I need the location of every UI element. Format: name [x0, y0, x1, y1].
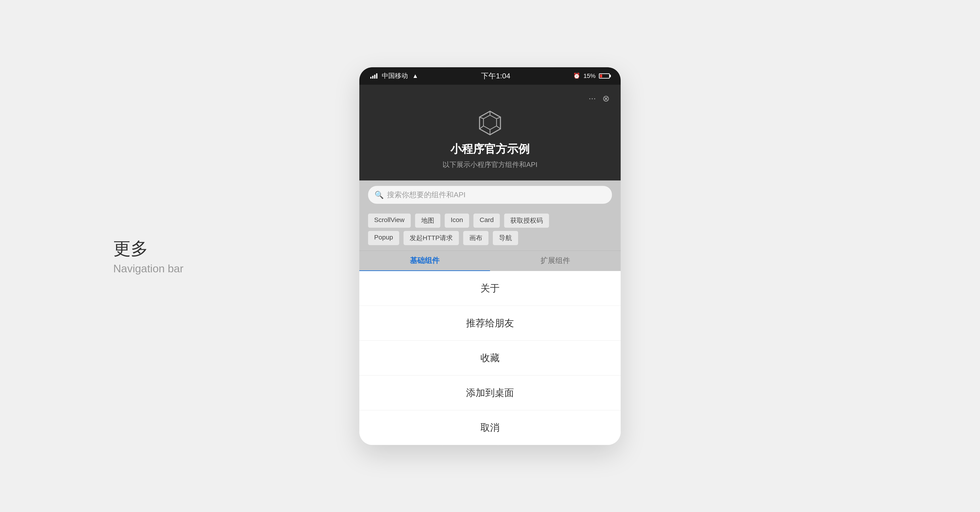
- status-bar-right: ⏰ 15%: [573, 73, 610, 80]
- search-icon: 🔍: [375, 191, 384, 199]
- svg-line-3: [496, 117, 500, 119]
- tag-auth[interactable]: 获取授权码: [504, 213, 549, 228]
- signal-bar-4: [376, 73, 377, 79]
- tab-basic-components[interactable]: 基础组件: [360, 251, 490, 271]
- tab-extended-components[interactable]: 扩展组件: [490, 251, 620, 271]
- search-area: 🔍 搜索你想要的组件和API: [360, 180, 620, 209]
- app-title: 小程序官方示例: [450, 142, 530, 157]
- menu-item-add-desktop[interactable]: 添加到桌面: [360, 375, 620, 410]
- app-header: ··· ⊗ 小程序官方示例 以下展示小程序官方组件和API: [360, 85, 620, 180]
- left-label-section: 更多 Navigation bar: [113, 237, 183, 275]
- svg-line-4: [496, 126, 500, 129]
- tag-icon[interactable]: Icon: [445, 213, 469, 228]
- tags-area: ScrollView 地图 Icon Card 获取授权码 Popup 发起HT…: [360, 209, 620, 251]
- tab-bar: 基础组件 扩展组件: [360, 251, 620, 271]
- status-bar: 中国移动 ▲ 下午1:04 ⏰ 15%: [360, 67, 620, 85]
- tags-row-1: ScrollView 地图 Icon Card 获取授权码: [368, 213, 612, 228]
- carrier-name: 中国移动: [382, 72, 408, 80]
- app-subtitle: 以下展示小程序官方组件和API: [442, 160, 538, 170]
- battery-fill: [600, 75, 602, 78]
- signal-icon: [370, 73, 377, 79]
- menu-item-about[interactable]: 关于: [360, 271, 620, 306]
- section-title: 更多: [113, 237, 183, 261]
- wifi-icon: ▲: [412, 73, 418, 80]
- menu-item-cancel[interactable]: 取消: [360, 410, 620, 445]
- header-actions: ··· ⊗: [370, 94, 610, 103]
- alarm-icon: ⏰: [573, 73, 580, 79]
- search-input[interactable]: 搜索你想要的组件和API: [387, 190, 466, 200]
- close-button[interactable]: ⊗: [602, 94, 610, 103]
- tag-nav[interactable]: 导航: [493, 231, 518, 245]
- signal-bar-2: [372, 76, 374, 79]
- tag-card[interactable]: Card: [473, 213, 500, 228]
- tag-http[interactable]: 发起HTTP请求: [404, 231, 459, 245]
- page-wrapper: 更多 Navigation bar 中国移动 ▲ 下午1:04 ⏰ 15%: [0, 0, 980, 512]
- battery-icon: [599, 73, 610, 79]
- tag-map[interactable]: 地图: [415, 213, 440, 228]
- app-logo: [477, 110, 503, 136]
- svg-line-6: [480, 126, 484, 129]
- status-bar-left: 中国移动 ▲: [370, 72, 418, 80]
- signal-bar-1: [370, 77, 372, 79]
- svg-line-7: [480, 117, 484, 119]
- section-subtitle: Navigation bar: [113, 262, 183, 275]
- more-menu-button[interactable]: ···: [589, 94, 596, 103]
- battery-percent: 15%: [584, 73, 596, 80]
- menu-item-recommend[interactable]: 推荐给朋友: [360, 306, 620, 341]
- tag-popup[interactable]: Popup: [368, 231, 399, 245]
- menu-list: 关于 推荐给朋友 收藏 添加到桌面 取消: [360, 271, 620, 445]
- status-time: 下午1:04: [481, 71, 510, 81]
- tag-scrollview[interactable]: ScrollView: [368, 213, 411, 228]
- tag-canvas[interactable]: 画布: [463, 231, 488, 245]
- svg-marker-1: [484, 115, 496, 130]
- menu-item-favorite[interactable]: 收藏: [360, 341, 620, 375]
- phone-mockup: 中国移动 ▲ 下午1:04 ⏰ 15% ··· ⊗: [360, 67, 620, 445]
- search-bar[interactable]: 🔍 搜索你想要的组件和API: [368, 186, 612, 204]
- signal-bar-3: [374, 75, 375, 79]
- tags-row-2: Popup 发起HTTP请求 画布 导航: [368, 231, 612, 245]
